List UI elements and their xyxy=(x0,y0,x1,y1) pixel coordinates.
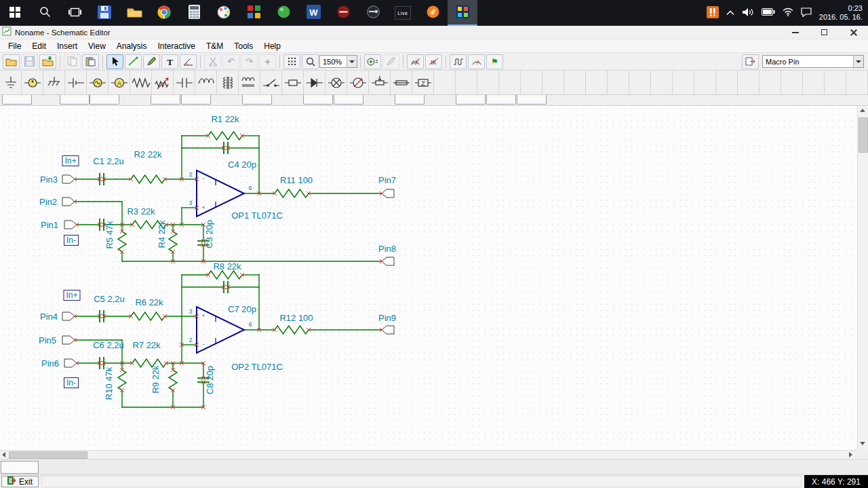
schematic-label-r9-22k[interactable]: R9 22k xyxy=(151,365,161,393)
schematic-label-in+[interactable]: In+ xyxy=(63,290,80,301)
schematic-label-r3-22k[interactable]: R3 22k xyxy=(127,206,155,217)
schematic-canvas[interactable]: R1 22kIn+C1 2,2uR2 22kC4 20pPin3Pin2Pin1… xyxy=(0,106,857,450)
chevron-up-icon[interactable] xyxy=(726,8,734,18)
cut-button[interactable] xyxy=(204,54,221,69)
schematic-label-in[interactable]: In- xyxy=(64,377,79,388)
schematic-label-c1-2-2u[interactable]: C1 2,2u xyxy=(93,156,124,166)
schematic-label-r2-22k[interactable]: R2 22k xyxy=(134,149,161,159)
import-button[interactable] xyxy=(39,54,56,69)
signal-flag-button[interactable]: ⚑ xyxy=(486,54,503,69)
taskbar-qr-grid-app[interactable] xyxy=(239,0,269,26)
network-icon[interactable] xyxy=(783,7,793,18)
menu-item-analysis[interactable]: Analysis xyxy=(111,40,153,52)
pen-button[interactable] xyxy=(143,54,160,69)
taskbar-clock[interactable]: 0:23 2016. 05. 16. xyxy=(819,4,863,22)
pencil-button[interactable] xyxy=(382,54,399,69)
redo-button[interactable]: ↷ xyxy=(241,54,258,69)
menu-item-interactive[interactable]: Interactive xyxy=(153,40,201,52)
taskbar-calculator-app[interactable] xyxy=(179,0,209,26)
save-button[interactable] xyxy=(21,54,38,69)
close-button[interactable] xyxy=(839,26,868,39)
text-button[interactable]: T xyxy=(161,54,178,69)
schematic-label-pin7[interactable]: Pin7 xyxy=(378,175,396,185)
component-group-tab-1[interactable] xyxy=(2,95,32,105)
scroll-down-arrow[interactable] xyxy=(860,442,865,445)
copy-button[interactable] xyxy=(64,54,81,69)
schematic-label-pin6[interactable]: Pin6 xyxy=(41,358,59,369)
menu-item-help[interactable]: Help xyxy=(258,40,286,52)
schematic-label-r4-22k[interactable]: R4 22k xyxy=(157,220,167,248)
schematic-label-r1-22k[interactable]: R1 22k xyxy=(211,114,239,124)
multimeter-button[interactable] xyxy=(468,54,485,69)
menu-item-tm[interactable]: T&M xyxy=(201,40,229,52)
component-group-tab-4[interactable] xyxy=(151,95,180,105)
scroll-up-arrow[interactable] xyxy=(860,109,865,112)
component-generator-button[interactable] xyxy=(87,71,108,94)
zoom-select[interactable]: 150% xyxy=(319,55,357,68)
component-coupled-coils-button[interactable] xyxy=(239,71,260,94)
taskbar-paint-app[interactable] xyxy=(209,0,239,26)
schematic-label-in[interactable]: In- xyxy=(64,235,79,246)
schematic-label-pin1[interactable]: Pin1 xyxy=(41,220,58,230)
schematic-label-op1-tl071c[interactable]: OP1 TL071C xyxy=(231,210,283,221)
paste-button[interactable] xyxy=(82,54,99,69)
schematic-label-r11-100[interactable]: R11 100 xyxy=(280,175,313,185)
menu-item-edit[interactable]: Edit xyxy=(26,40,52,52)
grid-button[interactable] xyxy=(283,54,300,69)
component-group-tab-12[interactable] xyxy=(517,95,547,105)
schematic-label-op2-tl071c[interactable]: OP2 TL071C xyxy=(231,362,283,372)
component-earth-ground-button[interactable] xyxy=(43,71,65,94)
menu-item-insert[interactable]: Insert xyxy=(52,40,83,52)
schematic-label-pin8[interactable]: Pin8 xyxy=(378,244,396,254)
battery-icon[interactable] xyxy=(762,8,775,18)
taskbar-folder-app[interactable] xyxy=(119,0,149,26)
component-group-tab-3[interactable] xyxy=(90,95,119,105)
component-group-tab-2[interactable] xyxy=(60,95,90,105)
schematic-label-c6-2-2u[interactable]: C6 2,2u xyxy=(93,340,124,350)
component-lamp-button[interactable] xyxy=(326,71,347,94)
schematic-label-c3-20p[interactable]: C3 20p xyxy=(204,220,214,248)
schematic-label-pin4[interactable]: Pin4 xyxy=(40,312,58,322)
component-diode-button[interactable] xyxy=(304,71,326,94)
menu-item-tools[interactable]: Tools xyxy=(229,40,258,52)
maximize-button[interactable] xyxy=(810,26,839,39)
schematic-label-r6-22k[interactable]: R6 22k xyxy=(135,297,163,307)
horizontal-scroll-thumb[interactable] xyxy=(9,451,87,459)
taskbar-floppy-app[interactable] xyxy=(90,0,119,26)
vertical-scrollbar[interactable] xyxy=(857,106,868,450)
component-voltmeter-button[interactable] xyxy=(347,71,369,94)
component-transformer-button[interactable] xyxy=(217,71,239,94)
wire-button[interactable] xyxy=(125,54,142,69)
component-ground-button[interactable] xyxy=(0,71,22,94)
component-fuse-button[interactable] xyxy=(391,71,412,94)
sheet-tab[interactable] xyxy=(1,461,39,474)
component-capacitor-button[interactable] xyxy=(174,71,195,94)
horizontal-scrollbar[interactable] xyxy=(0,450,857,459)
taskbar-media-red-app[interactable] xyxy=(328,0,358,26)
schematic-label-pin3[interactable]: Pin3 xyxy=(40,174,58,185)
transient-button[interactable] xyxy=(450,54,467,69)
component-ammeter-button[interactable]: A xyxy=(108,71,130,94)
component-trimmer-button[interactable] xyxy=(369,71,391,94)
volume-icon[interactable] xyxy=(742,7,754,19)
component-impedance-button[interactable]: Z xyxy=(412,71,434,94)
component-battery-button[interactable] xyxy=(65,71,87,94)
interactive-dc-button[interactable] xyxy=(364,54,381,69)
component-resistor-button[interactable] xyxy=(130,71,152,94)
component-switch-button[interactable] xyxy=(260,71,282,94)
component-voltage-source-button[interactable] xyxy=(22,71,43,94)
component-group-tab-9[interactable] xyxy=(395,95,425,105)
exit-tab[interactable]: Exit xyxy=(1,476,39,487)
taskbar-chrome-app[interactable] xyxy=(149,0,179,26)
taskbar-schematic-active-app[interactable] xyxy=(448,0,477,26)
component-group-tab-11[interactable] xyxy=(486,95,516,105)
component-group-tab-5[interactable] xyxy=(181,95,211,105)
menu-item-file[interactable]: File xyxy=(3,40,26,52)
notifications-icon[interactable] xyxy=(707,6,719,20)
component-inductor-button[interactable] xyxy=(195,71,217,94)
scroll-left-arrow[interactable] xyxy=(2,452,5,457)
taskbar-search-button[interactable] xyxy=(30,0,60,26)
component-potentiometer-button[interactable] xyxy=(152,71,174,94)
component-group-tab-10[interactable] xyxy=(456,95,486,105)
scroll-right-arrow[interactable] xyxy=(849,452,852,457)
